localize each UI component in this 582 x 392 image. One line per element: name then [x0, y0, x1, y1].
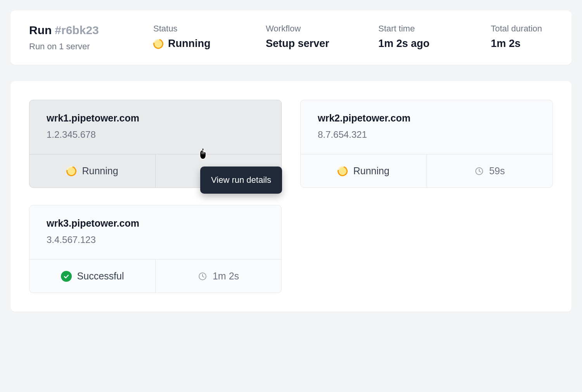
server-ip: 1.2.345.678: [47, 129, 264, 140]
server-status-text: Running: [353, 165, 389, 177]
server-hostname: wrk3.pipetower.com: [47, 218, 264, 229]
servers-card: wrk1.pipetower.com1.2.345.678Running57sw…: [10, 81, 572, 312]
server-card-top: wrk1.pipetower.com1.2.345.678: [29, 100, 281, 154]
clock-icon: [198, 272, 207, 281]
server-card[interactable]: wrk3.pipetower.com3.4.567.123Successful1…: [29, 205, 282, 293]
server-status-text: Running: [82, 165, 118, 177]
server-status-cell: Successful: [29, 260, 156, 293]
workflow-block: Workflow Setup server: [266, 24, 355, 50]
run-subtitle: Run on 1 server: [29, 42, 130, 52]
status-block: Status Running: [153, 24, 242, 50]
workflow-label: Workflow: [266, 24, 355, 34]
server-duration-text: 1m 2s: [213, 271, 239, 282]
clock-icon: [475, 167, 484, 176]
tooltip-view-run-details: View run details: [200, 167, 282, 194]
status-text: Running: [168, 38, 210, 50]
workflow-value: Setup server: [266, 38, 355, 50]
server-status-cell: Running: [301, 154, 427, 187]
status-label: Status: [153, 24, 242, 34]
server-card-top: wrk2.pipetower.com8.7.654.321: [301, 100, 553, 154]
run-title: Run #r6bk23: [29, 24, 130, 37]
run-header-card: Run #r6bk23 Run on 1 server Status Runni…: [10, 10, 572, 65]
server-ip: 8.7.654.321: [318, 129, 535, 140]
duration-block: Total duration 1m 2s: [491, 24, 580, 50]
spinner-icon: [65, 164, 79, 178]
start-time-value: 1m 2s ago: [378, 38, 468, 50]
start-time-label: Start time: [378, 24, 468, 34]
status-value: Running: [153, 38, 242, 50]
run-title-block: Run #r6bk23 Run on 1 server: [29, 24, 130, 52]
server-grid: wrk1.pipetower.com1.2.345.678Running57sw…: [29, 100, 553, 293]
duration-value: 1m 2s: [491, 38, 580, 50]
check-circle-icon: [61, 271, 72, 282]
server-card-bottom: Successful1m 2s: [29, 259, 281, 293]
server-status-text: Successful: [77, 271, 124, 282]
spinner-icon: [336, 164, 350, 178]
tooltip-text: View run details: [211, 175, 271, 185]
server-card-bottom: Running59s: [301, 154, 553, 187]
spinner-icon: [151, 37, 165, 51]
run-label: Run: [29, 24, 52, 37]
server-ip: 3.4.567.123: [47, 234, 264, 245]
server-hostname: wrk1.pipetower.com: [47, 113, 264, 124]
server-duration-cell: 59s: [427, 154, 553, 187]
server-duration-cell: 1m 2s: [156, 260, 281, 293]
server-duration-text: 59s: [489, 165, 505, 177]
server-hostname: wrk2.pipetower.com: [318, 113, 535, 124]
server-card-top: wrk3.pipetower.com3.4.567.123: [29, 205, 281, 259]
duration-label: Total duration: [491, 24, 580, 34]
run-id: #r6bk23: [55, 24, 99, 37]
server-status-cell: Running: [29, 154, 156, 187]
server-card[interactable]: wrk2.pipetower.com8.7.654.321Running59s: [300, 100, 553, 188]
start-time-block: Start time 1m 2s ago: [378, 24, 468, 50]
